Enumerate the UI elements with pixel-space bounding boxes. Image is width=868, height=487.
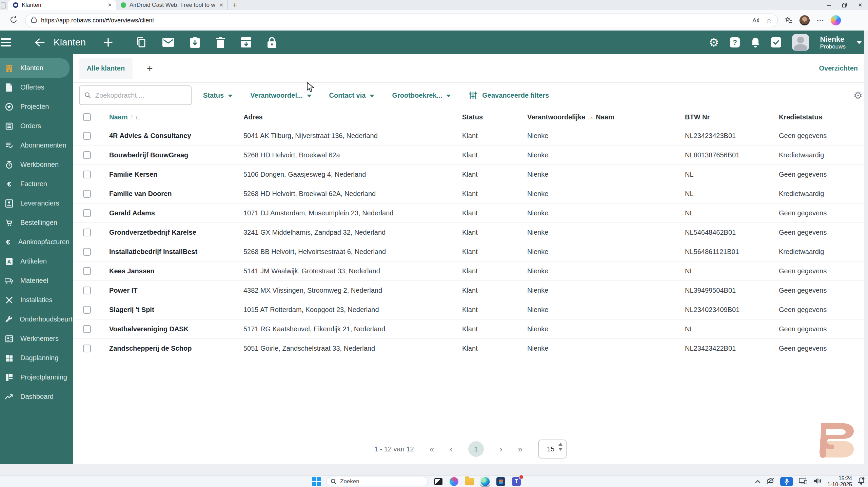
column-header-verantwoordelijke[interactable]: Verantwoordelijke → Naam — [527, 113, 685, 121]
row-checkbox[interactable] — [83, 171, 91, 178]
row-checkbox[interactable] — [83, 229, 91, 236]
archive-button[interactable] — [241, 37, 251, 47]
sidebar-item-aankoopfacturen[interactable]: € Aankoopfacturen — [0, 232, 70, 252]
tab-actions-icon[interactable] — [1, 2, 6, 8]
browser-scrollbar[interactable] — [864, 31, 868, 475]
stepper-up-icon[interactable] — [558, 443, 563, 446]
table-row[interactable]: Voetbalvereniging DASK 5171 RG Kaatsheuv… — [73, 319, 868, 339]
row-checkbox[interactable] — [83, 248, 91, 256]
sort-filter-icon[interactable] — [136, 115, 141, 119]
sidebar-item-artikelen[interactable]: A Artikelen — [0, 252, 70, 271]
view-tab-alle-klanten[interactable]: Alle klanten — [79, 58, 133, 79]
next-page-icon[interactable]: › — [499, 444, 502, 454]
taskbar-app-teams[interactable]: T — [511, 476, 521, 487]
row-checkbox[interactable] — [83, 267, 91, 275]
row-checkbox[interactable] — [83, 190, 91, 198]
copy-button[interactable] — [136, 37, 146, 48]
windows-start-button[interactable] — [312, 477, 321, 486]
taskbar-app-m365[interactable] — [449, 476, 459, 487]
taskbar-app-explorer[interactable] — [465, 476, 475, 487]
tab-close-icon[interactable]: ✕ — [219, 2, 223, 8]
select-all-checkbox[interactable] — [83, 113, 91, 121]
sidebar-item-dagplanning[interactable]: Dagplanning — [0, 348, 70, 368]
row-checkbox[interactable] — [83, 287, 91, 294]
row-checkbox[interactable] — [83, 209, 91, 217]
taskbar-search[interactable]: Zoeken — [326, 477, 428, 486]
row-checkbox[interactable] — [83, 325, 91, 333]
overviews-link[interactable]: Overzichten — [819, 64, 858, 72]
add-view-icon[interactable]: + — [147, 63, 153, 74]
sidebar-item-facturen[interactable]: € Facturen — [0, 174, 70, 194]
last-page-icon[interactable]: » — [518, 444, 522, 454]
filter-grootboekrekening[interactable]: Grootboekrek... — [392, 92, 451, 99]
table-row[interactable]: Power IT 4382 MX Vlissingen, Stroomweg 2… — [73, 281, 868, 300]
sidebar-item-onderhoudsbeurten[interactable]: Onderhoudsbeurten — [0, 310, 70, 329]
browser-menu-icon[interactable]: ⋯ — [816, 16, 825, 25]
sidebar-item-projecten[interactable]: Projecten — [0, 97, 70, 116]
row-checkbox[interactable] — [83, 306, 91, 314]
table-row[interactable]: Installatiebedrijf InstallBest 5268 BB H… — [73, 242, 868, 261]
sidebar-item-werknemers[interactable]: Werknemers — [0, 329, 70, 348]
sidebar-item-projectplanning[interactable]: Projectplanning — [0, 368, 70, 387]
first-page-icon[interactable]: « — [430, 444, 434, 454]
table-row[interactable]: Bouwbedrijf BouwGraag 5268 HD Helvoirt, … — [73, 145, 868, 165]
filter-status[interactable]: Status — [203, 92, 233, 99]
column-header-adres[interactable]: Adres — [243, 113, 462, 121]
filter-verantwoordelijke[interactable]: Verantwoordel... — [250, 92, 311, 99]
table-row[interactable]: 4R Advies & Consultancy 5041 AK Tilburg,… — [73, 126, 868, 145]
taskbar-app-business[interactable] — [496, 476, 506, 487]
taskbar-app-edge[interactable] — [480, 476, 490, 487]
browser-tab-airdroid[interactable]: AirDroid Cast Web: Free tool to w ✕ — [116, 0, 228, 10]
sidebar-item-dashboard[interactable]: Dashboard — [0, 387, 70, 406]
row-checkbox[interactable] — [83, 151, 91, 159]
import-clipboard-button[interactable] — [190, 37, 200, 48]
tray-chevron-up-icon[interactable] — [755, 479, 761, 485]
copilot-icon[interactable] — [831, 15, 841, 25]
tray-notifications-bell-icon[interactable] — [858, 477, 865, 486]
column-settings-gear-icon[interactable]: ⚙ — [853, 90, 863, 101]
lock-button[interactable] — [268, 37, 276, 48]
new-tab-button[interactable]: + — [228, 0, 242, 10]
column-header-btw[interactable]: BTW Nr — [685, 113, 779, 121]
table-row[interactable]: Grondverzetbedrijf Karelse 3241 GX Midde… — [73, 223, 868, 242]
hamburger-menu-icon[interactable] — [1, 38, 12, 47]
delete-button[interactable] — [216, 37, 225, 48]
sidebar-item-werkbonnen[interactable]: Werkbonnen — [0, 155, 70, 174]
browser-tab-klanten[interactable]: Klanten ✕ — [8, 0, 116, 10]
settings-gear-icon[interactable]: ⚙ — [709, 36, 719, 49]
table-row[interactable]: Kees Janssen 5141 JM Waalwijk, Grotestra… — [73, 261, 868, 281]
refresh-icon[interactable] — [9, 16, 18, 25]
search-input[interactable] — [95, 92, 186, 99]
sort-arrow-icon[interactable]: ↑ — [130, 113, 134, 121]
sidebar-item-klanten[interactable]: Klanten — [0, 58, 70, 78]
browser-profile-avatar[interactable] — [800, 15, 810, 25]
help-icon[interactable]: ? — [730, 37, 740, 47]
user-avatar[interactable] — [792, 34, 809, 51]
favorite-star-icon[interactable]: ☆ — [766, 16, 772, 24]
window-close-button[interactable]: ✕ — [852, 0, 868, 10]
sidebar-item-bestellingen[interactable]: Bestellingen — [0, 213, 70, 232]
back-button[interactable] — [35, 38, 45, 47]
notifications-bell-icon[interactable] — [751, 37, 760, 48]
address-bar[interactable]: https://app.robaws.com/#/overviews/clien… — [25, 14, 778, 27]
stepper-down-icon[interactable] — [558, 448, 563, 451]
taskbar-clock[interactable]: 15:24 1-10-2025 — [827, 475, 852, 487]
table-row[interactable]: Familie van Dooren 5268 HD Helvoirt, Bro… — [73, 184, 868, 203]
table-row[interactable]: Zandschepperij de Schop 5051 Goirle, Zan… — [73, 339, 868, 358]
window-restore-button[interactable] — [837, 0, 852, 10]
read-aloud-icon[interactable] — [752, 17, 760, 24]
microphone-active-button[interactable] — [780, 477, 793, 486]
search-box[interactable] — [79, 85, 192, 105]
sidebar-item-installaties[interactable]: Installaties — [0, 290, 70, 310]
advanced-filters-button[interactable]: Geavanceerde filters — [469, 91, 549, 99]
sidebar-item-orders[interactable]: Orders — [0, 116, 70, 136]
column-header-status[interactable]: Status — [462, 113, 527, 121]
user-menu-chevron-icon[interactable] — [856, 41, 862, 44]
table-row[interactable]: Gerald Adams 1071 DJ Amsterdam, Museumpl… — [73, 203, 868, 223]
table-row[interactable]: Slagerij 't Spit 1015 AT Rotterdam, Koop… — [73, 300, 868, 319]
sidebar-item-materieel[interactable]: Materieel — [0, 271, 70, 290]
add-client-button[interactable] — [103, 38, 113, 47]
tasks-check-icon[interactable] — [771, 37, 781, 47]
previous-page-icon[interactable]: ‹ — [450, 444, 453, 454]
row-checkbox[interactable] — [83, 132, 91, 140]
